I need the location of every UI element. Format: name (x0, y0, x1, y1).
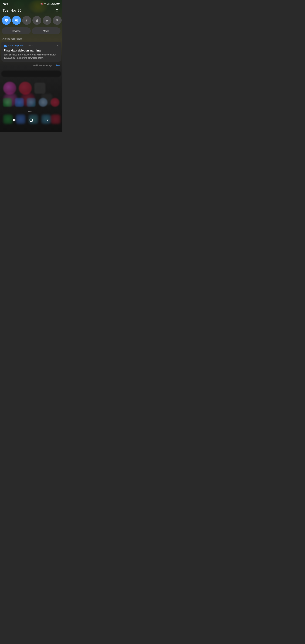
blurred-app-2 (19, 82, 32, 95)
notification-app-name: Samsung Cloud (8, 44, 24, 47)
alerting-notifications-label: Alerting notifications (0, 37, 62, 42)
svg-rect-11 (15, 119, 16, 122)
blurred-bottom-app-4 (39, 98, 47, 107)
recent-apps-button[interactable] (11, 117, 18, 124)
svg-rect-4 (49, 3, 49, 4)
blurred-app-3 (34, 83, 45, 94)
carrier-label: ZONG (0, 109, 62, 115)
status-bar: 7:35 🔇 100% (0, 0, 62, 7)
notification-clear-button[interactable]: Clear (55, 64, 60, 67)
navigation-bar (0, 115, 62, 127)
notification-title: Final data deletion warning (4, 49, 59, 52)
notification-header: Samsung Cloud 11/29/21 ∧ (4, 44, 59, 47)
screen-lock-toggle[interactable] (32, 16, 41, 25)
signal-icon (47, 2, 49, 5)
svg-rect-7 (59, 3, 60, 4)
blurred-bottom-app-2 (15, 98, 24, 107)
airplane-toggle[interactable] (42, 16, 51, 25)
samsung-cloud-icon (4, 44, 7, 47)
quick-toggles-row (0, 16, 62, 27)
mute-icon: 🔇 (40, 3, 43, 5)
svg-point-8 (6, 22, 7, 22)
battery-text: 100% (50, 3, 56, 5)
svg-rect-9 (13, 119, 14, 122)
settings-button[interactable]: ⚙ (54, 8, 60, 13)
status-icons: 🔇 100% (40, 2, 60, 5)
blurred-bottom-app-1 (3, 98, 12, 107)
svg-rect-12 (30, 119, 32, 122)
svg-rect-3 (48, 3, 49, 4)
notification-header-left: Samsung Cloud 11/29/21 (4, 44, 33, 47)
blurred-app-bar (1, 70, 61, 77)
battery-icon (56, 3, 60, 5)
svg-rect-6 (56, 3, 59, 4)
blurred-bottom-app-3 (27, 98, 35, 107)
flashlight-toggle[interactable] (53, 16, 62, 25)
svg-rect-10 (14, 119, 15, 122)
date-display: Tue, Nov 30 (2, 8, 21, 12)
notification-settings-button[interactable]: Notification settings (33, 64, 52, 67)
blurred-app-1 (3, 82, 16, 95)
sound-toggle[interactable] (12, 16, 21, 25)
date-row: Tue, Nov 30 ⚙ (0, 7, 62, 16)
svg-rect-2 (48, 4, 48, 4)
media-button[interactable]: Media (32, 27, 61, 34)
svg-rect-1 (47, 4, 47, 4)
notification-body: Your 858 files in Samsung Cloud will be … (4, 53, 59, 60)
back-button[interactable] (44, 117, 51, 124)
home-button[interactable] (28, 117, 35, 124)
wifi-toggle[interactable] (2, 16, 11, 25)
samsung-cloud-notification[interactable]: Samsung Cloud 11/29/21 ∧ Final data dele… (1, 42, 61, 62)
svg-point-0 (45, 4, 45, 5)
notification-collapse-chevron[interactable]: ∧ (56, 44, 59, 47)
devices-button[interactable]: Devices (2, 27, 31, 34)
notification-actions: Notification settings Clear (0, 63, 62, 68)
device-media-row: Devices Media (0, 27, 62, 37)
notification-date: 11/29/21 (25, 44, 33, 47)
blurred-bottom-app-5 (50, 98, 59, 107)
status-time: 7:35 (2, 2, 8, 6)
wifi-signal-icon (43, 2, 46, 5)
bluetooth-toggle[interactable] (22, 16, 31, 25)
